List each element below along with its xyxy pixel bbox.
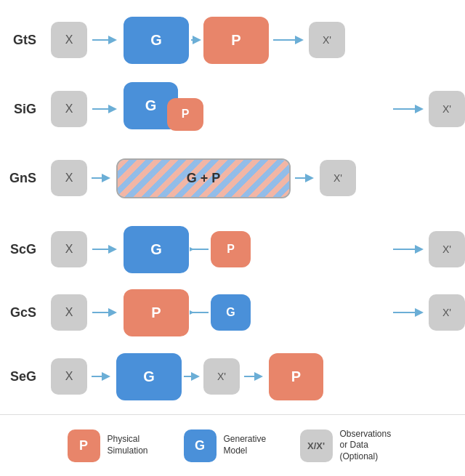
arrow-gts-1	[87, 34, 124, 46]
arrow-seg-1	[87, 371, 116, 382]
node-x-scg: X	[51, 231, 87, 267]
row-gts: GtS X G P X'	[0, 15, 465, 65]
node-xprime-gcs: X'	[429, 294, 465, 331]
legend: P Physical Simulation G Generative Model…	[0, 414, 465, 476]
sig-overlap: G P	[124, 82, 211, 137]
legend-item-g: G Generative Model	[184, 429, 282, 462]
node-g-gcs: G	[211, 294, 251, 331]
node-xprime-gts: X'	[309, 22, 345, 58]
arrow-gcs-3	[389, 307, 429, 318]
node-xprime-seg-mid: X'	[203, 358, 240, 395]
node-xprime-sig: X'	[429, 91, 465, 127]
arrow-gns-1	[87, 172, 116, 184]
node-x-gcs: X	[51, 294, 87, 331]
arrow-gts-2	[189, 34, 203, 46]
node-p-gts: P	[203, 17, 269, 64]
node-g-gts: G	[124, 17, 189, 64]
label-gts: GtS	[0, 33, 44, 48]
legend-text-x: Observations or Data (Optional)	[340, 429, 398, 463]
node-xprime-gns: X'	[320, 160, 356, 196]
arrow-gcs-2	[189, 307, 211, 318]
legend-item-p: P Physical Simulation	[68, 429, 166, 462]
legend-text-g: Generative Model	[224, 434, 282, 456]
arrow-sig-2	[389, 103, 429, 115]
label-sig: SiG	[0, 102, 44, 117]
arrow-sig-1	[87, 103, 124, 115]
arrow-gcs-1	[87, 307, 124, 318]
node-p-gcs: P	[124, 289, 189, 336]
node-x-sig: X	[51, 91, 87, 127]
legend-item-x: X/X' Observations or Data (Optional)	[300, 429, 398, 463]
row-sig: SiG X G P X'	[0, 80, 465, 138]
arrow-scg-1	[87, 243, 124, 255]
legend-box-x: X/X'	[300, 429, 333, 462]
node-x-gts: X	[51, 22, 87, 58]
legend-text-p: Physical Simulation	[108, 434, 166, 456]
row-scg: ScG X G P X'	[0, 224, 465, 275]
node-xprime-scg: X'	[429, 231, 465, 267]
diagram: GtS X G P X' SiG X G P	[0, 0, 465, 414]
label-seg: SeG	[0, 369, 44, 384]
row-gns: GnS X G + P X'	[0, 153, 465, 203]
label-gcs: GcS	[0, 305, 44, 320]
node-p-seg: P	[269, 353, 323, 400]
arrow-gns-2	[291, 172, 320, 184]
label-gns: GnS	[0, 171, 44, 186]
node-x-gns: X	[51, 160, 87, 196]
node-p-scg: P	[211, 231, 251, 267]
row-gcs: GcS X P G X'	[0, 287, 465, 338]
arrow-scg-2	[189, 243, 211, 255]
node-g-seg: G	[116, 353, 182, 400]
arrow-seg-2	[182, 371, 203, 382]
arrow-scg-3	[389, 243, 429, 255]
legend-box-p: P	[68, 429, 100, 462]
label-scg: ScG	[0, 242, 44, 257]
node-x-seg: X	[51, 358, 87, 395]
legend-box-g: G	[184, 429, 217, 462]
arrow-seg-3	[240, 371, 269, 382]
node-g-scg: G	[124, 226, 189, 273]
node-gns-combined: G + P	[116, 158, 291, 198]
node-p-sig: P	[167, 98, 203, 131]
row-seg: SeG X G X' P	[0, 351, 465, 402]
arrow-gts-3	[269, 34, 309, 46]
